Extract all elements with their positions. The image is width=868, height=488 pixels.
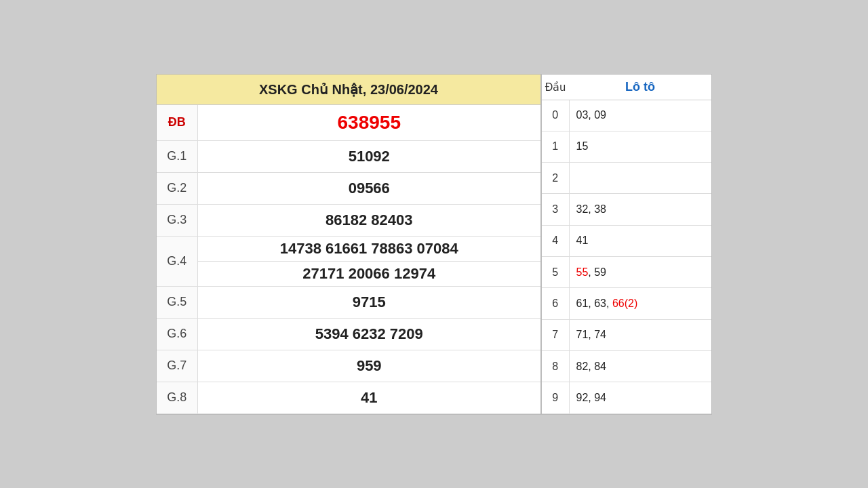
dau-value: 6	[542, 288, 569, 319]
table-row: G.209566	[157, 172, 541, 204]
loto-row: 332, 38	[542, 194, 711, 225]
dau-value: 5	[542, 256, 569, 287]
prize-label: G.6	[157, 318, 197, 350]
loto-value: 92, 94	[569, 382, 711, 413]
table-row: G.59715	[157, 286, 541, 318]
loto-row: 771, 74	[542, 319, 711, 350]
loto-value: 82, 84	[569, 350, 711, 382]
loto-value: 32, 38	[569, 194, 711, 225]
prize-label: G.5	[157, 286, 197, 318]
loto-row: 661, 63, 66(2)	[542, 288, 711, 319]
prize-label: G.4	[157, 236, 197, 286]
prize-label: G.1	[157, 140, 197, 172]
prize-value: 86182 82403	[197, 204, 541, 236]
prize-label: ĐB	[157, 104, 197, 140]
loto-value: 55, 59	[569, 256, 711, 287]
dau-value: 9	[542, 382, 569, 413]
dau-header: Đầu	[542, 75, 569, 100]
loto-row: 992, 94	[542, 382, 711, 413]
prize-label: G.2	[157, 172, 197, 204]
table-row: 27171 20066 12974	[157, 261, 541, 286]
table-row: ĐB638955	[157, 104, 541, 140]
loto-row: 882, 84	[542, 350, 711, 382]
table-row: G.65394 6232 7209	[157, 318, 541, 350]
dau-value: 1	[542, 131, 569, 162]
dau-value: 2	[542, 163, 569, 194]
prize-value: 09566	[197, 172, 541, 204]
loto-row: 441	[542, 225, 711, 256]
prize-label: G.3	[157, 204, 197, 236]
loto-header: Lô tô	[569, 75, 711, 100]
table-title: XSKG Chủ Nhật, 23/06/2024	[157, 75, 541, 105]
table-row: G.7959	[157, 350, 541, 382]
prize-value: 9715	[197, 286, 541, 318]
dau-value: 8	[542, 350, 569, 382]
prize-label: G.8	[157, 382, 197, 413]
prize-value: 27171 20066 12974	[197, 261, 541, 286]
table-row: G.151092	[157, 140, 541, 172]
loto-row: 115	[542, 131, 711, 162]
prize-value: 959	[197, 350, 541, 382]
loto-value: 15	[569, 131, 711, 162]
dau-value: 3	[542, 194, 569, 225]
prize-value: 14738 61661 78863 07084	[197, 236, 541, 261]
prize-value: 5394 6232 7209	[197, 318, 541, 350]
prize-value: 51092	[197, 140, 541, 172]
loto-value: 03, 09	[569, 100, 711, 131]
main-container: XSKG Chủ Nhật, 23/06/2024 ĐB638955G.1510…	[156, 74, 712, 415]
table-row: G.414738 61661 78863 07084	[157, 236, 541, 261]
loto-value	[569, 163, 711, 194]
dau-value: 0	[542, 100, 569, 131]
prize-value: 638955	[197, 104, 541, 140]
loto-table: Đầu Lô tô 003, 091152332, 38441555, 5966…	[542, 75, 711, 414]
loto-value: 71, 74	[569, 319, 711, 350]
dau-value: 7	[542, 319, 569, 350]
dau-value: 4	[542, 225, 569, 256]
table-row: G.386182 82403	[157, 204, 541, 236]
loto-row: 2	[542, 163, 711, 194]
prize-label: G.7	[157, 350, 197, 382]
results-table: XSKG Chủ Nhật, 23/06/2024 ĐB638955G.1510…	[157, 75, 542, 414]
loto-row: 003, 09	[542, 100, 711, 131]
loto-value: 61, 63, 66(2)	[569, 288, 711, 319]
loto-row: 555, 59	[542, 256, 711, 287]
prize-value: 41	[197, 382, 541, 413]
loto-value: 41	[569, 225, 711, 256]
table-row: G.841	[157, 382, 541, 413]
